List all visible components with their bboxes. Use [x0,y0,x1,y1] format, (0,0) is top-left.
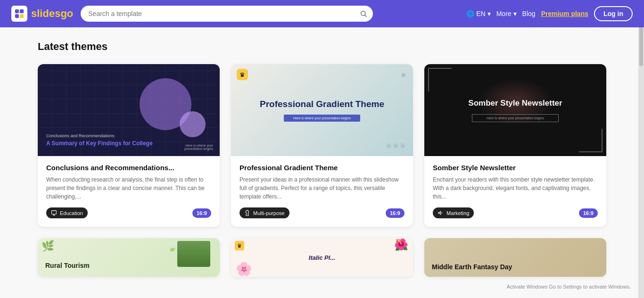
scrollbar[interactable] [638,0,644,290]
card-1-body: Conclusions and Recommendations... When … [38,156,220,227]
more-label: More [496,10,512,17]
thumb-1-title: A Summary of Key Findings for College [46,140,153,148]
svg-rect-1 [20,9,24,13]
search-button[interactable] [360,10,367,17]
deco-icon: ✳ [400,71,406,80]
globe-icon: 🌐 [466,10,474,17]
lang-chevron-icon: ▾ [487,10,491,17]
card-1-footer: Education 16:9 [46,207,211,218]
floral-title: Italic Pl... [309,254,335,261]
more-menu[interactable]: More ▾ [496,10,517,17]
premium-link[interactable]: Premium plans [541,10,588,17]
card-3-tag[interactable]: Marketing [433,207,474,218]
multipurpose-icon [244,210,250,216]
card-2-title: Professional Gradient Theme [239,164,405,172]
logo-icon [11,6,27,22]
card-2-ratio: 16:9 [386,208,405,218]
card-1-desc: When conducting research or analysis, th… [46,175,211,201]
card-floral-thumbnail: ♛ 🌸 🌺 Italic Pl... [231,238,413,277]
card-2-body: Professional Gradient Theme Present your… [231,156,413,227]
card-2-tag[interactable]: Multi-purpose [239,207,289,218]
card-3-body: Somber Style Newsletter Enchant your rea… [424,156,606,227]
search-bar [81,6,373,22]
svg-rect-3 [20,14,24,18]
thumb-1-caption: Here is where yourpresentation begins [184,144,213,150]
rural-title: Rural Tourism [45,262,90,269]
svg-rect-2 [15,14,19,18]
thumb-1-sub: Conclusions and Recommendations: [46,133,153,138]
floral-crown-icon: ♛ [235,241,244,250]
card-3-ratio: 16:9 [579,208,598,218]
blog-link[interactable]: Blog [522,10,536,17]
card-2-thumbnail: ♛ ✳ Professional Gradient Theme Here is … [231,64,413,156]
card-newsletter[interactable]: Somber Style Newsletter Here is where yo… [424,64,606,227]
svg-line-5 [365,15,367,17]
education-icon [51,210,57,216]
card-conclusions[interactable]: Conclusions and Recommendations: A Summa… [38,64,220,227]
marketing-icon [438,210,444,216]
logo[interactable]: slidesgo [11,6,73,22]
login-button[interactable]: Log in [594,6,633,21]
themes-grid: Conclusions and Recommendations: A Summa… [38,64,606,277]
svg-point-4 [361,11,365,16]
thumb-2-bar: Here is where your presentation begins [284,115,360,122]
card-rural[interactable]: 🌿 🍃 Rural Tourism [38,238,220,277]
thumb-3-bar: Here is where your presentation begins [472,114,559,122]
card-2-desc: Present your ideas in a professional man… [239,175,405,201]
thumb-2-title: Professional Gradient Theme [260,99,384,110]
card-3-thumbnail: Somber Style Newsletter Here is where yo… [424,64,606,156]
language-selector[interactable]: 🌐 EN ▾ [466,10,490,17]
card-gradient[interactable]: ♛ ✳ Professional Gradient Theme Here is … [231,64,413,227]
main-content: Latest themes Conclusions and Recommenda… [0,27,644,290]
nav-right: 🌐 EN ▾ More ▾ Blog Premium plans Log in [466,6,633,21]
card-3-desc: Enchant your readers with this somber st… [433,175,598,201]
card-1-title: Conclusions and Recommendations... [46,164,211,172]
search-input[interactable] [81,6,373,22]
svg-rect-0 [15,9,19,13]
card-3-title: Somber Style Newsletter [433,164,598,172]
flower1-icon: 🌸 [236,261,252,277]
svg-rect-6 [52,211,57,215]
card-rural-thumbnail: 🌿 🍃 Rural Tourism [38,238,220,277]
card-3-footer: Marketing 16:9 [433,207,598,218]
navbar: slidesgo 🌐 EN ▾ More ▾ Blog Premium plan… [0,0,644,27]
card-1-tag[interactable]: Education [46,207,88,218]
premium-crown-icon: ♛ [237,69,248,80]
deco2-icon: ✳✳✳ [385,141,406,151]
card-fantasy[interactable]: Middle Earth Fantasy Day [424,238,606,277]
logo-text: slidesgo [31,8,73,20]
more-chevron-icon: ▾ [513,10,517,17]
card-fantasy-thumbnail: Middle Earth Fantasy Day [424,238,606,277]
leaf1-icon: 🌿 [41,240,54,252]
card-2-footer: Multi-purpose 16:9 [239,207,405,218]
card-1-ratio: 16:9 [192,208,211,218]
section-title: Latest themes [38,41,606,53]
leaf2-icon: 🍃 [167,242,177,252]
fantasy-title: Middle Earth Fantasy Day [432,263,512,271]
card-1-thumbnail: Conclusions and Recommendations: A Summa… [38,64,220,156]
flower2-icon: 🌺 [394,238,408,251]
lang-label: EN [476,10,485,17]
thumb-3-title: Somber Style Newsletter [468,98,562,108]
rural-photo [177,241,210,267]
card-floral[interactable]: ♛ 🌸 🌺 Italic Pl... [231,238,413,277]
